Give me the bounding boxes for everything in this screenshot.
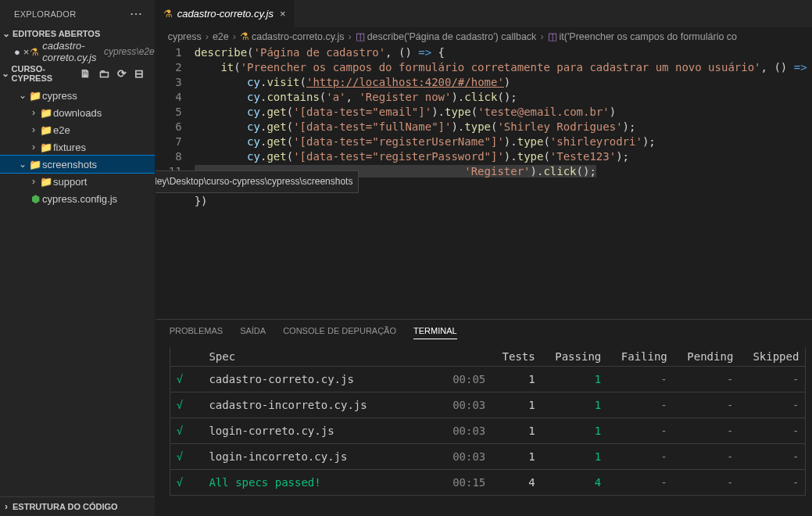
explorer-title: Explorador <box>14 9 76 19</box>
modified-dot-icon: ● <box>14 46 20 58</box>
code-editor[interactable]: 1234567811 describe('Página de cadastro'… <box>156 45 812 319</box>
folder-icon: 📁 <box>39 107 53 119</box>
terminal-summary: √All specs passed!00:1544--- <box>170 470 806 496</box>
chevron-icon: › <box>28 124 39 135</box>
tree-item-label: downloads <box>53 107 102 119</box>
tab-debug-console[interactable]: Console de Depuração <box>283 326 396 339</box>
flask-icon: ⚗ <box>163 8 173 20</box>
tree-item-e2e[interactable]: ›📁e2e <box>0 121 155 138</box>
tree-item-cypress[interactable]: ⌄📁cypress <box>0 87 155 104</box>
flask-icon: ⚗ <box>30 46 39 58</box>
chevron-icon: › <box>28 176 39 187</box>
chevron-down-icon: ⌄ <box>0 28 13 39</box>
tab-problems[interactable]: Problemas <box>170 326 223 339</box>
check-icon: √ <box>177 373 183 385</box>
chevron-right-icon: › <box>0 501 13 512</box>
folder-icon: 📁 <box>39 176 53 188</box>
panel-tabs: Problemas Saída Console de Depuração Ter… <box>156 320 812 344</box>
chevron-icon: ⌄ <box>17 159 28 170</box>
folder-icon: ⬢ <box>28 193 42 205</box>
collapse-all-icon[interactable]: ⊟ <box>134 67 144 80</box>
terminal-row: √login-correto.cy.js00:0311--- <box>170 418 806 444</box>
tree-item-label: e2e <box>53 124 70 136</box>
breadcrumbs[interactable]: cypress› e2e› ⚗cadastro-correto.cy.js› ◫… <box>156 27 812 45</box>
check-icon: √ <box>177 476 183 489</box>
more-icon[interactable]: ⋯ <box>130 6 144 21</box>
tree-item-label: support <box>53 176 87 188</box>
chevron-icon: › <box>28 142 39 152</box>
tree-item-label: screenshots <box>42 159 97 170</box>
chevron-icon: ⌄ <box>17 90 28 101</box>
close-icon[interactable]: × <box>23 46 30 58</box>
editor-tab[interactable]: ⚗ cadastro-correto.cy.js × <box>156 0 295 27</box>
path-tooltip: C:\Users\Shirley\Desktop\curso-cypress\c… <box>156 170 359 193</box>
symbol-icon: ◫ <box>548 30 557 42</box>
flask-icon: ⚗ <box>240 30 249 42</box>
tree-item-label: fixtures <box>53 142 86 153</box>
tree-item-label: cypress.config.js <box>42 193 117 205</box>
check-icon: √ <box>177 399 183 411</box>
bottom-panel: Problemas Saída Console de Depuração Ter… <box>156 319 812 516</box>
terminal-row: √cadastro-correto.cy.js00:0511--- <box>170 367 806 392</box>
file-tree: ⌄📁cypress›📁downloads›📁e2e›📁fixtures⌄📁scr… <box>0 87 155 292</box>
check-icon: √ <box>177 450 183 463</box>
tree-item-cypress.config.js[interactable]: ⬢cypress.config.js <box>0 190 155 207</box>
folder-icon: 📁 <box>39 142 53 153</box>
folder-icon: 📁 <box>39 124 53 136</box>
terminal-row: √cadastro-incorreto.cy.js00:0311--- <box>170 392 806 418</box>
editor-area: ⚗ cadastro-correto.cy.js × cypress› e2e›… <box>156 0 812 516</box>
chevron-icon: › <box>28 107 39 118</box>
open-editor-item[interactable]: ● × ⚗ cadastro-correto.cy.js cypress\e2e <box>0 43 155 60</box>
project-header[interactable]: ⌄ CURSO-CYPRESS 🗎 🗀 ⟳ ⊟ <box>0 60 155 87</box>
refresh-icon[interactable]: ⟳ <box>117 67 127 80</box>
chevron-down-icon: ⌄ <box>0 68 12 79</box>
outline-header[interactable]: › Estrutura do Código <box>0 496 155 516</box>
tree-item-downloads[interactable]: ›📁downloads <box>0 104 155 121</box>
terminal-row: √login-incorreto.cy.js00:0311--- <box>170 444 806 470</box>
folder-icon: 📁 <box>28 90 42 102</box>
terminal-output[interactable]: SpecTestsPassingFailingPendingSkipped√ca… <box>156 344 812 516</box>
close-icon[interactable]: × <box>280 8 286 20</box>
explorer-sidebar: Explorador ⋯ ⌄ Editores Abertos ● × ⚗ ca… <box>0 0 156 516</box>
tab-terminal[interactable]: Terminal <box>413 326 457 339</box>
tree-item-screenshots[interactable]: ⌄📁screenshots <box>0 156 155 173</box>
tree-item-label: cypress <box>42 90 77 102</box>
new-folder-icon[interactable]: 🗀 <box>98 67 109 80</box>
tab-output[interactable]: Saída <box>240 326 266 339</box>
symbol-icon: ◫ <box>356 30 365 42</box>
check-icon: √ <box>177 425 183 437</box>
new-file-icon[interactable]: 🗎 <box>80 67 91 80</box>
tree-item-fixtures[interactable]: ›📁fixtures <box>0 138 155 156</box>
tree-item-support[interactable]: ›📁support <box>0 173 155 190</box>
folder-icon: 📁 <box>28 159 42 170</box>
editor-tabs: ⚗ cadastro-correto.cy.js × <box>156 0 812 27</box>
